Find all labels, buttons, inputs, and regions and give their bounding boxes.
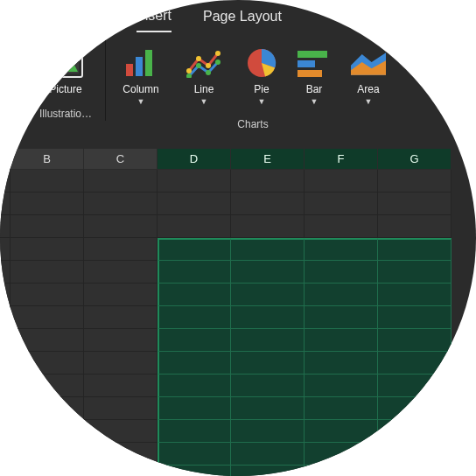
- picture-button[interactable]: Picture: [35, 40, 96, 101]
- cell[interactable]: [378, 397, 452, 420]
- cell[interactable]: [0, 352, 10, 374]
- cell[interactable]: [304, 374, 378, 397]
- cell[interactable]: [158, 466, 231, 476]
- cell[interactable]: [158, 170, 231, 192]
- line-chart-button[interactable]: Line ▼: [178, 40, 230, 111]
- cell[interactable]: [231, 466, 304, 476]
- tab-page-layout[interactable]: Page Layout: [203, 5, 282, 32]
- cell[interactable]: [0, 306, 10, 329]
- cell[interactable]: [304, 215, 378, 238]
- cell[interactable]: [378, 261, 452, 284]
- cell[interactable]: [0, 466, 10, 476]
- cell[interactable]: [158, 352, 231, 374]
- cell[interactable]: [10, 284, 84, 306]
- cell[interactable]: [0, 170, 10, 192]
- cell[interactable]: [304, 261, 378, 284]
- cell[interactable]: [304, 284, 378, 306]
- cell[interactable]: [378, 443, 452, 466]
- cell[interactable]: [378, 284, 452, 306]
- cell[interactable]: [84, 215, 158, 238]
- cell[interactable]: [10, 466, 84, 476]
- cell[interactable]: [378, 466, 452, 476]
- cell[interactable]: [158, 261, 231, 284]
- cell[interactable]: [10, 170, 84, 192]
- cell[interactable]: [231, 284, 304, 306]
- cell[interactable]: [378, 238, 452, 261]
- cell[interactable]: [0, 215, 10, 238]
- cell[interactable]: [0, 261, 10, 284]
- cell[interactable]: [231, 192, 304, 215]
- cell[interactable]: [304, 397, 378, 420]
- cell[interactable]: [304, 420, 378, 443]
- column-chart-button[interactable]: Column ▼: [115, 40, 167, 111]
- cell[interactable]: [10, 306, 84, 329]
- cell[interactable]: [84, 352, 158, 374]
- cell[interactable]: [84, 329, 158, 352]
- column-header-f[interactable]: F: [304, 149, 378, 170]
- cell[interactable]: [84, 397, 158, 420]
- cell[interactable]: [158, 306, 231, 329]
- cell[interactable]: [10, 192, 84, 215]
- cell[interactable]: [231, 215, 304, 238]
- cell[interactable]: [84, 306, 158, 329]
- cell[interactable]: [10, 215, 84, 238]
- cell[interactable]: [378, 329, 452, 352]
- cell[interactable]: [84, 420, 158, 443]
- cell[interactable]: [231, 261, 304, 284]
- cell[interactable]: [84, 238, 158, 261]
- cell[interactable]: [10, 238, 84, 261]
- cell[interactable]: [231, 443, 304, 466]
- cell[interactable]: [378, 192, 452, 215]
- cell[interactable]: [231, 397, 304, 420]
- cell[interactable]: [84, 443, 158, 466]
- cell[interactable]: [158, 397, 231, 420]
- cell[interactable]: [304, 352, 378, 374]
- cell[interactable]: [158, 374, 231, 397]
- cell[interactable]: [304, 466, 378, 476]
- cell[interactable]: [0, 397, 10, 420]
- cell[interactable]: [158, 215, 231, 238]
- column-header-g[interactable]: G: [378, 149, 452, 170]
- cell[interactable]: [0, 238, 10, 261]
- spreadsheet-grid[interactable]: B C D E F G: [0, 149, 476, 476]
- cell[interactable]: [304, 443, 378, 466]
- column-header[interactable]: [0, 149, 10, 170]
- cell[interactable]: [0, 329, 10, 352]
- cell[interactable]: [10, 420, 84, 443]
- cell[interactable]: [158, 443, 231, 466]
- cell[interactable]: [84, 261, 158, 284]
- cell[interactable]: [0, 443, 10, 466]
- cell[interactable]: [10, 329, 84, 352]
- cell[interactable]: [304, 170, 378, 192]
- tab-insert[interactable]: Insert: [136, 4, 172, 32]
- cell[interactable]: [378, 170, 452, 192]
- cell[interactable]: [0, 420, 10, 443]
- cell[interactable]: [158, 192, 231, 215]
- cell[interactable]: [158, 420, 231, 443]
- cell[interactable]: [378, 215, 452, 238]
- cell[interactable]: [231, 374, 304, 397]
- cell[interactable]: [0, 284, 10, 306]
- cell[interactable]: [304, 238, 378, 261]
- cell[interactable]: [158, 284, 231, 306]
- column-header-b[interactable]: B: [10, 149, 84, 170]
- cell[interactable]: [84, 466, 158, 476]
- cell[interactable]: [0, 374, 10, 397]
- cell[interactable]: [84, 374, 158, 397]
- cell[interactable]: [231, 352, 304, 374]
- cell[interactable]: [378, 374, 452, 397]
- bar-chart-button[interactable]: Bar ▼: [293, 40, 335, 111]
- cell[interactable]: [10, 352, 84, 374]
- column-header-d[interactable]: D: [158, 149, 231, 170]
- area-chart-button[interactable]: Area ▼: [346, 40, 391, 111]
- cell[interactable]: [231, 306, 304, 329]
- cell[interactable]: [10, 397, 84, 420]
- cell[interactable]: [378, 306, 452, 329]
- cell[interactable]: [10, 443, 84, 466]
- cell[interactable]: [231, 238, 304, 261]
- cell[interactable]: [231, 170, 304, 192]
- cell[interactable]: [231, 329, 304, 352]
- cell[interactable]: [10, 261, 84, 284]
- cell[interactable]: [378, 420, 452, 443]
- cell[interactable]: [158, 329, 231, 352]
